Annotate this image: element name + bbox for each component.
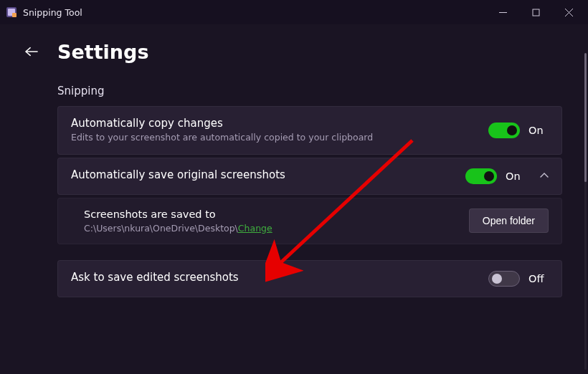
toggle-auto-save[interactable] xyxy=(465,168,497,184)
toggle-auto-copy[interactable] xyxy=(488,123,520,138)
svg-rect-2 xyxy=(12,13,16,17)
toggle-state-label: On xyxy=(506,171,526,182)
maximize-button[interactable] xyxy=(519,1,552,24)
chevron-up-icon[interactable] xyxy=(540,169,549,183)
setting-auto-save[interactable]: Automatically save original screenshots … xyxy=(57,158,562,195)
window-controls xyxy=(486,1,585,24)
scrollbar[interactable] xyxy=(584,53,587,370)
back-button[interactable] xyxy=(19,39,44,64)
page-title: Settings xyxy=(57,41,148,63)
minimize-button[interactable] xyxy=(486,1,519,24)
setting-save-location: Screenshots are saved to C:\Users\nkura\… xyxy=(57,198,562,244)
setting-auto-copy[interactable]: Automatically copy changes Edits to your… xyxy=(57,106,562,155)
section-label: Snipping xyxy=(57,85,564,97)
svg-rect-4 xyxy=(533,9,539,16)
setting-ask-save[interactable]: Ask to save edited screenshots Off xyxy=(57,260,562,297)
scrollbar-thumb[interactable] xyxy=(584,53,587,182)
close-button[interactable] xyxy=(552,1,585,24)
save-location-path: C:\Users\nkura\OneDrive\Desktop\ xyxy=(84,223,238,234)
open-folder-button[interactable]: Open folder xyxy=(469,208,549,233)
setting-title: Ask to save edited screenshots xyxy=(71,271,488,284)
save-location-title: Screenshots are saved to xyxy=(84,208,469,220)
toggle-state-label: On xyxy=(528,125,549,136)
page-header: Settings xyxy=(19,39,564,64)
content-area: Settings Snipping Automatically copy cha… xyxy=(0,24,588,374)
change-link[interactable]: Change xyxy=(238,223,272,234)
toggle-ask-save[interactable] xyxy=(488,271,520,287)
toggle-state-label: Off xyxy=(528,273,549,284)
setting-title: Automatically save original screenshots xyxy=(71,168,465,181)
setting-title: Automatically copy changes xyxy=(71,117,488,130)
app-icon xyxy=(6,6,17,18)
titlebar: Snipping Tool xyxy=(0,0,588,24)
setting-subtitle: Edits to your screenshot are automatical… xyxy=(71,132,488,144)
app-title: Snipping Tool xyxy=(23,7,82,18)
